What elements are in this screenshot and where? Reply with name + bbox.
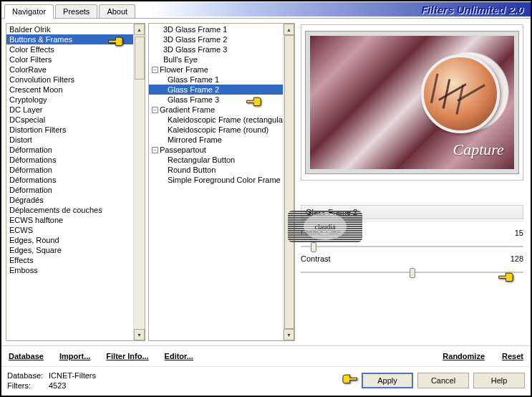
list-item[interactable]: Déplacements de couches [6, 205, 133, 215]
list-item-label: Glass Frame 2 [168, 85, 219, 94]
list-item[interactable]: Distort [6, 135, 133, 145]
list-item[interactable]: Buttons & Frames [6, 34, 133, 44]
list-item[interactable]: Round Button [149, 165, 283, 175]
list-item[interactable]: Déformation [6, 145, 133, 155]
list-item[interactable]: Rectangular Button [149, 155, 283, 165]
scroll-up-icon[interactable]: ▲ [284, 24, 294, 35]
list-item-label: Glass Frame 3 [168, 95, 219, 104]
list-item[interactable]: Balder Olrik [6, 24, 133, 34]
list-item[interactable]: Cryptology [6, 95, 133, 105]
list-item[interactable]: Convolution Filters [6, 75, 133, 85]
scroll-up-icon[interactable]: ▲ [134, 24, 145, 35]
list-item[interactable]: ECWS halftone [6, 215, 133, 225]
slider-thumb[interactable] [311, 242, 316, 252]
footer-info: Database:ICNET-Filters Filters:4523 [7, 371, 96, 390]
cancel-button[interactable]: Cancel [417, 373, 469, 388]
watermark-text: claudia [304, 213, 347, 240]
list-item[interactable]: Effects [6, 255, 133, 265]
list-item[interactable]: 3D Glass Frame 1 [149, 24, 283, 34]
app-title: Filters Unlimited 2.0 [421, 4, 523, 16]
list-item[interactable]: ECWS [6, 225, 133, 235]
list-item[interactable]: −Flower Frame [149, 64, 283, 75]
list-item-label: Kaleidoscopic Frame (rectangular) [168, 115, 283, 124]
list-item-label: Mirrored Frame [168, 135, 222, 144]
list-item[interactable]: Emboss [6, 265, 133, 275]
list-item[interactable]: Déformations [6, 155, 133, 165]
scrollbar[interactable]: ▲ ▼ [133, 24, 145, 340]
preview-caption: Capture [453, 140, 504, 159]
collapse-icon[interactable]: − [152, 147, 158, 153]
reset-button[interactable]: Reset [500, 349, 525, 363]
param-slider[interactable] [301, 266, 523, 279]
editor-button[interactable]: Editor... [163, 349, 195, 363]
preview-image: Capture [306, 32, 518, 174]
list-item[interactable]: Mirrored Frame [149, 135, 283, 145]
list-item-label: Bull's Eye [163, 55, 198, 64]
list-item[interactable]: −Gradient Frame [149, 105, 283, 115]
header: Navigator Presets About Filters Unlimite… [1, 1, 531, 19]
filter-info-button[interactable]: Filter Info... [105, 349, 150, 363]
list-item-label: Simple Foreground Color Frame [168, 176, 281, 184]
scroll-down-icon[interactable]: ▼ [134, 329, 145, 340]
param-value: 15 [502, 229, 523, 237]
list-item[interactable]: Color Filters [6, 54, 133, 64]
category-list[interactable]: Balder OlrikButtons & FramesColor Effect… [6, 23, 145, 341]
slider-thumb[interactable] [410, 268, 415, 278]
list-item[interactable]: 3D Glass Frame 3 [149, 44, 283, 54]
list-item[interactable]: DC Layer [6, 105, 133, 115]
apply-button[interactable]: Apply [362, 373, 413, 388]
list-item[interactable]: Dégradés [6, 195, 133, 205]
tab-navigator[interactable]: Navigator [4, 4, 54, 19]
list-item[interactable]: Déformation [6, 165, 133, 175]
list-item-label: 3D Glass Frame 1 [163, 25, 227, 34]
list-item[interactable]: Déformation [6, 185, 133, 195]
scroll-thumb[interactable] [135, 37, 145, 80]
filter-list[interactable]: 3D Glass Frame 13D Glass Frame 23D Glass… [148, 23, 295, 341]
list-item[interactable]: Glass Frame 1 [149, 75, 283, 85]
list-item-label: Passepartout [160, 145, 206, 154]
param-row: Contrast128 [301, 253, 523, 264]
help-button[interactable]: Help [473, 373, 525, 388]
list-item-label: Kaleidoscopic Frame (round) [168, 125, 269, 134]
list-item[interactable]: Distortion Filters [6, 125, 133, 135]
list-item[interactable]: Crescent Moon [6, 85, 133, 95]
list-item[interactable]: Simple Foreground Color Frame [149, 175, 283, 185]
filters-count-label: Filters: [7, 381, 49, 390]
list-item-label: Glass Frame 1 [168, 75, 219, 84]
list-item[interactable]: Glass Frame 3 [149, 95, 283, 105]
list-item-label: 3D Glass Frame 2 [163, 35, 227, 44]
list-item[interactable]: Color Effects [6, 44, 133, 54]
tab-presets[interactable]: Presets [55, 4, 97, 18]
toolbar: Database Import... Filter Info... Editor… [1, 345, 531, 366]
list-item[interactable]: DCspecial [6, 115, 133, 125]
list-item[interactable]: Kaleidoscopic Frame (round) [149, 125, 283, 135]
param-label: Contrast [301, 254, 502, 263]
list-item[interactable]: ColorRave [6, 64, 133, 75]
db-label: Database: [7, 371, 49, 380]
list-item[interactable]: Glass Frame 2 [149, 85, 283, 95]
randomize-button[interactable]: Randomize [441, 349, 486, 363]
list-item-label: 3D Glass Frame 3 [163, 45, 227, 54]
list-item[interactable]: −Passepartout [149, 145, 283, 155]
list-item[interactable]: Bull's Eye [149, 54, 283, 64]
tabs: Navigator Presets About [4, 4, 137, 18]
import-button[interactable]: Import... [58, 349, 92, 363]
scroll-down-icon[interactable]: ▼ [284, 329, 294, 340]
list-item[interactable]: 3D Glass Frame 2 [149, 34, 283, 44]
list-item[interactable]: Kaleidoscopic Frame (rectangular) [149, 115, 283, 125]
database-button[interactable]: Database [7, 349, 45, 363]
list-item[interactable]: Edges, Square [6, 245, 133, 255]
collapse-icon[interactable]: − [152, 67, 158, 73]
tab-about[interactable]: About [99, 4, 135, 18]
list-item[interactable]: Edges, Round [6, 235, 133, 245]
list-item-label: Rectangular Button [168, 156, 235, 164]
filters-count-value: 4523 [49, 381, 66, 390]
list-item-label: Round Button [168, 166, 216, 174]
list-item-label: Gradient Frame [160, 105, 215, 114]
scroll-thumb[interactable] [284, 35, 294, 329]
preview-windmill-icon [421, 54, 500, 133]
collapse-icon[interactable]: − [152, 107, 158, 113]
scrollbar[interactable]: ▲ ▼ [283, 24, 294, 340]
list-item[interactable]: Déformations [6, 175, 133, 185]
watermark: claudia [288, 211, 362, 242]
